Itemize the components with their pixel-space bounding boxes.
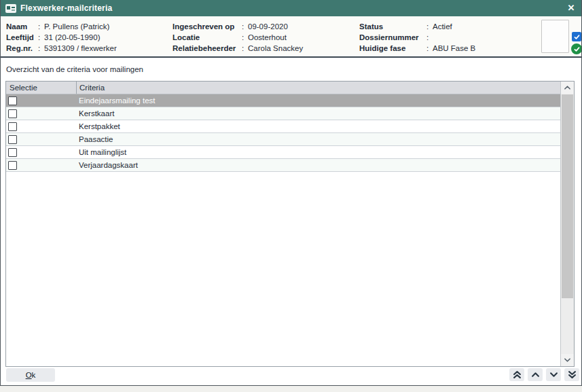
scroll-down-icon[interactable] xyxy=(561,354,574,366)
ok-rest: k xyxy=(32,371,36,379)
criteria-label: Eindejaarsmailing test xyxy=(79,96,156,105)
field-value: Carola Snackey xyxy=(248,43,303,54)
vertical-scrollbar[interactable] xyxy=(560,82,574,366)
field-status: Status : Actief xyxy=(359,21,475,32)
field-label: Relatiebeheerder xyxy=(172,43,242,54)
table-row[interactable]: Paasactie xyxy=(6,133,560,146)
field-colon: : xyxy=(38,43,44,54)
column-header-criteria: Criteria xyxy=(77,82,105,94)
criteria-label: Kerstkaart xyxy=(79,109,114,118)
criteria-label: Verjaardagskaart xyxy=(79,161,138,169)
field-value: P. Pullens (Patrick) xyxy=(44,21,109,32)
selection-checkbox[interactable] xyxy=(8,148,17,157)
field-colon: : xyxy=(242,43,248,54)
table-header-row: Selectie Criteria xyxy=(6,82,560,94)
selection-checkbox[interactable] xyxy=(8,161,17,170)
field-colon: : xyxy=(242,32,248,43)
table-row[interactable]: Verjaardagskaart xyxy=(6,159,560,172)
field-dossiernummer: Dossiernummer : xyxy=(359,32,475,43)
criteria-table: Selectie Criteria Eindejaarsmailing test… xyxy=(5,81,575,367)
field-label: Huidige fase xyxy=(359,43,426,54)
photo-placeholder xyxy=(541,20,569,53)
table-row[interactable]: Kerstkaart xyxy=(6,107,560,120)
field-leeftijd: Leeftijd : 31 (20-05-1990) xyxy=(6,32,117,43)
table-row[interactable]: Uit mailinglijst xyxy=(6,146,560,159)
last-record-button[interactable] xyxy=(564,368,579,381)
field-label: Reg.nr. xyxy=(6,43,38,54)
flexwerker-mailcriteria-dialog: Flexwerker-mailcriteria ✕ Naam : P. Pull… xyxy=(0,0,582,386)
scrollbar-thumb[interactable] xyxy=(562,94,573,298)
contact-card-icon xyxy=(5,4,16,13)
titlebar: Flexwerker-mailcriteria ✕ xyxy=(1,0,581,16)
field-colon: : xyxy=(38,21,44,32)
first-record-button[interactable] xyxy=(509,368,524,381)
field-locatie: Locatie : Oosterhout xyxy=(172,32,303,43)
window-title: Flexwerker-mailcriteria xyxy=(20,3,112,13)
ok-button[interactable]: Ok xyxy=(6,368,55,382)
green-approved-check-icon[interactable] xyxy=(571,43,582,54)
scroll-up-icon[interactable] xyxy=(561,82,574,94)
overview-label: Overzicht van de criteria voor mailingen xyxy=(6,65,143,73)
table-row[interactable]: Eindejaarsmailing test xyxy=(6,94,560,107)
field-label: Status xyxy=(359,21,426,32)
field-colon: : xyxy=(38,32,44,43)
selection-checkbox[interactable] xyxy=(8,109,17,118)
field-label: Naam xyxy=(6,21,38,32)
record-navigation xyxy=(509,368,579,381)
person-info-header: Naam : P. Pullens (Patrick) Leeftijd : 3… xyxy=(1,16,581,58)
criteria-label: Uit mailinglijst xyxy=(79,148,126,156)
field-label: Locatie xyxy=(172,32,242,43)
field-value: 5391309 / flexwerker xyxy=(44,43,117,54)
criteria-label: Kerstpakket xyxy=(79,122,120,130)
next-record-button[interactable] xyxy=(546,368,561,381)
table-row[interactable]: Kerstpakket xyxy=(6,120,560,133)
field-naam: Naam : P. Pullens (Patrick) xyxy=(6,21,117,32)
header-column-3: Status : Actief Dossiernummer : Huidige … xyxy=(359,21,475,54)
selection-checkbox[interactable] xyxy=(8,135,17,144)
field-value: Oosterhout xyxy=(248,32,287,43)
header-column-2: Ingeschreven op : 09-09-2020 Locatie : O… xyxy=(172,21,303,54)
field-label: Leeftijd xyxy=(6,32,38,43)
field-colon: : xyxy=(242,21,248,32)
field-colon: : xyxy=(426,43,433,54)
field-huidige-fase: Huidige fase : ABU Fase B xyxy=(359,43,475,54)
field-colon: : xyxy=(426,21,433,32)
field-relatiebeheerder: Relatiebeheerder : Carola Snackey xyxy=(172,43,303,54)
criteria-label: Paasactie xyxy=(79,135,113,143)
field-label: Ingeschreven op xyxy=(172,21,242,32)
blue-checked-checkbox-icon[interactable] xyxy=(572,32,581,41)
previous-record-button[interactable] xyxy=(528,368,543,381)
window-bottom-strip xyxy=(0,386,582,392)
selection-checkbox[interactable] xyxy=(8,122,17,131)
field-colon: : xyxy=(426,32,433,43)
field-value: 31 (20-05-1990) xyxy=(44,32,100,43)
close-icon[interactable]: ✕ xyxy=(565,2,577,14)
column-header-selectie: Selectie xyxy=(6,82,77,94)
field-ingeschreven-op: Ingeschreven op : 09-09-2020 xyxy=(172,21,303,32)
selection-checkbox[interactable] xyxy=(8,96,17,105)
header-column-1: Naam : P. Pullens (Patrick) Leeftijd : 3… xyxy=(6,21,117,54)
field-value: ABU Fase B xyxy=(433,43,475,54)
ok-accesskey: O xyxy=(26,371,32,379)
field-value: Actief xyxy=(433,21,452,32)
field-label: Dossiernummer xyxy=(359,32,426,43)
field-regnr: Reg.nr. : 5391309 / flexwerker xyxy=(6,43,117,54)
field-value: 09-09-2020 xyxy=(248,21,288,32)
